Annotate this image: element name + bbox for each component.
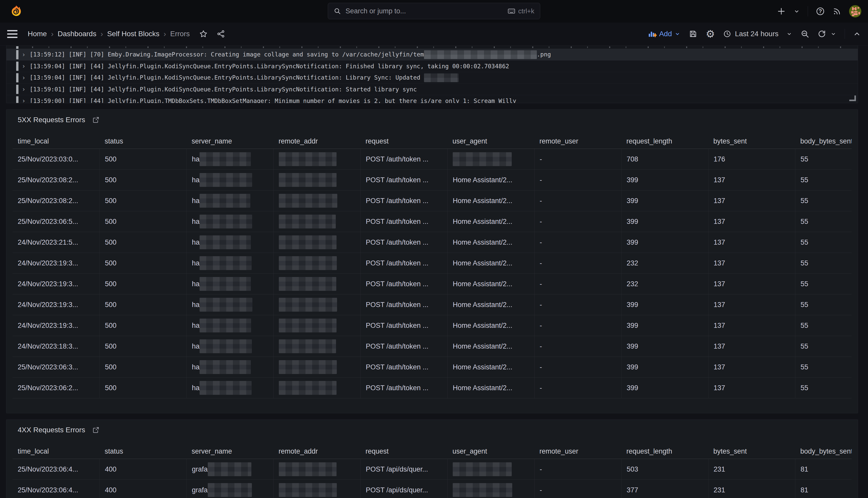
redacted-value bbox=[200, 235, 251, 249]
expand-log-icon[interactable]: › bbox=[22, 97, 25, 103]
column-header-body_bytes_sent[interactable]: body_bytes_sent bbox=[795, 137, 852, 145]
column-header-time_local[interactable]: time_local bbox=[13, 137, 99, 145]
cell-bytes_sent: 137 bbox=[708, 253, 795, 273]
cell-request: POST /auth/token ... bbox=[361, 294, 447, 315]
expand-log-icon[interactable]: › bbox=[22, 74, 25, 81]
column-header-time_local[interactable]: time_local bbox=[13, 447, 99, 455]
cell-request_length: 708 bbox=[621, 149, 708, 169]
cell-time_local: 24/Nov/2023:19:3... bbox=[13, 294, 99, 315]
column-header-request[interactable]: request bbox=[361, 137, 447, 145]
panel-title[interactable]: 4XX Requests Errors bbox=[18, 426, 85, 434]
refresh-button[interactable] bbox=[817, 29, 837, 38]
grafana-logo-icon[interactable] bbox=[9, 4, 23, 19]
cell-user_agent: Home Assistant/2... bbox=[447, 191, 534, 211]
settings-gear-icon[interactable]: ⚙ bbox=[706, 29, 715, 39]
expand-log-icon[interactable]: › bbox=[22, 51, 25, 58]
cell-request: POST /auth/token ... bbox=[361, 253, 447, 273]
table-body: 25/Nov/2023:03:0...500haPOST /auth/token… bbox=[13, 149, 852, 398]
cell-remote_user: - bbox=[534, 232, 621, 253]
cell-remote_addr bbox=[273, 459, 361, 480]
new-plus-button[interactable] bbox=[777, 7, 786, 16]
redacted-value bbox=[200, 298, 253, 312]
cell-bytes_sent: 137 bbox=[708, 357, 795, 377]
table-row: 24/Nov/2023:19:3...500haPOST /auth/token… bbox=[13, 253, 852, 273]
cell-body_bytes_sent: 55 bbox=[795, 378, 852, 398]
cell-request_length: 399 bbox=[621, 357, 708, 377]
cell-status: 500 bbox=[99, 149, 187, 169]
log-row[interactable]: ›[13:59:01] [INF] [44] Jellyfin.Plugin.K… bbox=[6, 83, 858, 95]
column-header-body_bytes_sent[interactable]: body_bytes_sent bbox=[795, 447, 852, 455]
redacted-value bbox=[453, 483, 512, 497]
column-header-server_name[interactable]: server_name bbox=[187, 137, 273, 145]
expand-log-icon[interactable]: › bbox=[22, 86, 25, 93]
share-icon[interactable] bbox=[216, 29, 225, 38]
time-range-label: Last 24 hours bbox=[735, 30, 778, 38]
search-input[interactable]: Search or jump to... ctrl+k bbox=[328, 3, 540, 19]
breadcrumb-separator: › bbox=[160, 29, 170, 38]
cell-body_bytes_sent: 55 bbox=[795, 294, 852, 315]
log-row[interactable]: ›[13:59:00] [INF] [44] Jellyfin.Plugin.T… bbox=[6, 95, 858, 103]
log-row[interactable]: ›[13:59:04] [INF] [44] Jellyfin.Plugin.K… bbox=[6, 72, 858, 83]
cell-status: 400 bbox=[99, 459, 187, 480]
cell-remote_addr bbox=[273, 170, 361, 190]
redacted-value bbox=[279, 173, 337, 187]
panel-title[interactable]: 5XX Requests Errors bbox=[18, 116, 85, 124]
cell-remote_addr bbox=[273, 480, 361, 498]
cell-time_local: 25/Nov/2023:06:2... bbox=[13, 378, 99, 398]
column-header-remote_user[interactable]: remote_user bbox=[534, 447, 621, 455]
redacted-value bbox=[279, 298, 337, 312]
cell-user_agent: Home Assistant/2... bbox=[447, 253, 534, 273]
column-header-status[interactable]: status bbox=[99, 137, 187, 145]
cell-remote_user: - bbox=[534, 274, 621, 294]
column-header-remote_user[interactable]: remote_user bbox=[534, 137, 621, 145]
cell-status: 500 bbox=[99, 315, 187, 336]
cell-request_length: 377 bbox=[621, 480, 708, 498]
breadcrumb-self-host-blocks[interactable]: Self Host Blocks bbox=[107, 30, 160, 38]
column-header-bytes_sent[interactable]: bytes_sent bbox=[708, 137, 795, 145]
external-link-icon[interactable] bbox=[92, 116, 99, 123]
cell-time_local: 25/Nov/2023:03:0... bbox=[13, 149, 99, 169]
user-avatar[interactable] bbox=[849, 5, 861, 17]
log-row[interactable]: ›[13:59:04] [INF] [44] Jellyfin.Plugin.K… bbox=[6, 60, 858, 72]
column-header-remote_addr[interactable]: remote_addr bbox=[273, 137, 361, 145]
redacted-value bbox=[279, 318, 337, 332]
column-header-request_length[interactable]: request_length bbox=[621, 447, 708, 455]
add-panel-button[interactable]: Add bbox=[648, 30, 681, 38]
collapse-caret-up-icon[interactable] bbox=[853, 30, 861, 38]
column-header-user_agent[interactable]: user_agent bbox=[447, 137, 534, 145]
column-header-bytes_sent[interactable]: bytes_sent bbox=[708, 447, 795, 455]
external-link-icon[interactable] bbox=[92, 427, 99, 434]
cell-remote_addr bbox=[273, 357, 361, 377]
panel-resize-handle[interactable] bbox=[849, 95, 856, 101]
cell-server_name: ha bbox=[187, 170, 273, 190]
column-header-server_name[interactable]: server_name bbox=[187, 447, 273, 455]
expand-log-icon[interactable]: › bbox=[22, 63, 25, 70]
cell-remote_user: - bbox=[534, 191, 621, 211]
news-rss-icon[interactable] bbox=[832, 7, 841, 16]
redacted-value bbox=[208, 462, 252, 476]
cell-body_bytes_sent: 55 bbox=[795, 191, 852, 211]
column-header-user_agent[interactable]: user_agent bbox=[447, 447, 534, 455]
time-range-picker[interactable]: Last 24 hours bbox=[723, 30, 792, 38]
log-row[interactable]: ›[13:59:12] [INF] [70] Emby.Drawing.Imag… bbox=[6, 49, 858, 60]
table-row: 24/Nov/2023:19:3...500haPOST /auth/token… bbox=[13, 273, 852, 294]
cell-remote_addr bbox=[273, 315, 361, 336]
column-header-status[interactable]: status bbox=[99, 447, 187, 455]
column-header-request_length[interactable]: request_length bbox=[621, 137, 708, 145]
save-dashboard-icon[interactable] bbox=[689, 29, 697, 38]
new-chevron-down-icon[interactable] bbox=[794, 8, 800, 15]
cell-remote_user: - bbox=[534, 149, 621, 169]
column-header-remote_addr[interactable]: remote_addr bbox=[273, 447, 361, 455]
mega-menu-icon[interactable] bbox=[7, 30, 17, 38]
cell-remote_user: - bbox=[534, 480, 621, 498]
cell-bytes_sent: 137 bbox=[708, 294, 795, 315]
help-icon[interactable]: ? bbox=[816, 7, 825, 16]
favorite-star-icon[interactable] bbox=[199, 29, 208, 38]
redacted-value bbox=[200, 152, 251, 166]
redacted-value bbox=[279, 381, 337, 395]
cell-request_length: 399 bbox=[621, 378, 708, 398]
column-header-request[interactable]: request bbox=[361, 447, 447, 455]
breadcrumb-dashboards[interactable]: Dashboards bbox=[58, 30, 96, 38]
breadcrumb-home[interactable]: Home bbox=[28, 30, 47, 38]
zoom-out-icon[interactable] bbox=[801, 29, 809, 38]
